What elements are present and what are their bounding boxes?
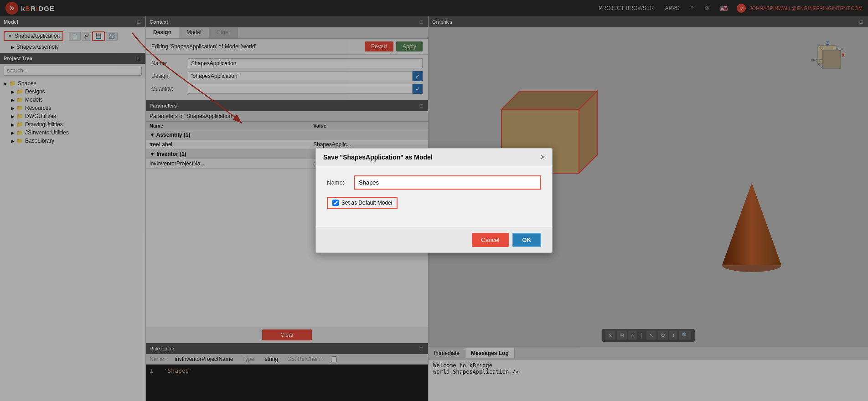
modal-name-input[interactable] bbox=[354, 175, 541, 190]
modal-checkbox-label: Set as Default Model bbox=[341, 200, 392, 206]
modal-cancel-button[interactable]: Cancel bbox=[472, 233, 508, 247]
save-model-dialog: Save "ShapesApplication" as Model × Name… bbox=[315, 148, 553, 253]
modal-checkbox-container: Set as Default Model bbox=[327, 197, 398, 209]
modal-overlay[interactable]: Save "ShapesApplication" as Model × Name… bbox=[0, 0, 868, 401]
modal-name-row: Name: bbox=[327, 175, 541, 190]
modal-ok-button[interactable]: OK bbox=[512, 233, 542, 247]
modal-checkbox-row: Set as Default Model bbox=[327, 197, 541, 209]
modal-close-button[interactable]: × bbox=[541, 153, 545, 161]
default-model-checkbox[interactable] bbox=[332, 200, 339, 206]
modal-name-label: Name: bbox=[327, 179, 354, 186]
modal-header: Save "ShapesApplication" as Model × bbox=[316, 149, 552, 166]
modal-footer: Cancel OK bbox=[316, 227, 552, 252]
modal-title: Save "ShapesApplication" as Model bbox=[323, 154, 433, 161]
modal-body: Name: Set as Default Model bbox=[316, 166, 552, 227]
